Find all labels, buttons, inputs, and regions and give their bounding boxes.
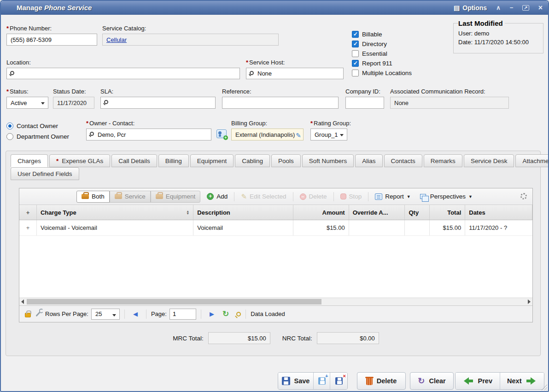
column-header-override-amount[interactable]: Override A... [349,205,405,220]
checkbox-report-911[interactable]: Report 911 [352,59,412,68]
phone-number-input[interactable] [6,34,97,46]
stop-button[interactable]: Stop [338,191,365,203]
collapse-icon[interactable]: ∧ [496,5,501,11]
table-header-row: + Charge Type ▲▼ Description Amount Over… [19,205,532,220]
grid-search-icon[interactable] [236,312,241,316]
refresh-icon[interactable]: ↻ [222,309,229,319]
toolbox-icon [156,194,163,199]
save-button[interactable]: Save [278,373,314,389]
next-page-icon[interactable]: ▶ [206,310,218,317]
tab-attachments[interactable]: Attachments [515,154,549,167]
contact-owner-radio[interactable] [6,123,13,129]
close-icon[interactable]: × [538,4,543,12]
view-both-button[interactable]: Both [76,191,110,203]
rating-group-select[interactable]: Group_1 [310,129,347,140]
service-catalog-field: Cellular [102,34,279,46]
perspectives-button[interactable]: Perspectives ▼ [417,191,475,203]
clear-button[interactable]: ↻ Clear [410,372,454,390]
checkbox-directory[interactable]: Directory [352,39,412,49]
tab-cabling[interactable]: Cabling [235,154,270,167]
pencil-icon: ✎ [241,193,247,201]
company-id-field-group: Company ID: [345,88,384,109]
column-header-total[interactable]: Total [430,205,465,220]
horizontal-scrollbar[interactable] [19,298,532,305]
expand-column-header[interactable]: + [19,205,37,220]
company-id-input[interactable] [345,97,384,109]
tab-charges[interactable]: Charges [11,154,48,167]
checkbox-essential[interactable]: Essential [352,49,412,59]
tab-expense-glas[interactable]: *Expense GLAs [49,154,110,167]
column-header-dates[interactable]: Dates [465,205,532,220]
radio-contact-owner[interactable]: Contact Owner [6,121,69,131]
delete-row-button[interactable]: − Delete [297,191,330,203]
next-button[interactable]: Next [500,373,544,389]
rows-per-page-select[interactable]: 25 [91,309,120,320]
edit-pencil-icon[interactable]: ✎ [296,132,301,139]
view-equipment-button[interactable]: Equipment [151,191,201,203]
service-catalog-link[interactable]: Cellular [106,36,127,43]
report-button[interactable]: Report ▼ [372,191,413,203]
report-911-checkbox[interactable] [352,60,359,67]
toolbar-divider [293,192,293,201]
essential-checkbox[interactable] [352,50,359,57]
edit-selected-button[interactable]: ✎ Edit Selected [238,191,289,203]
scrollbar-thumb[interactable] [27,299,321,304]
lock-icon[interactable] [25,313,31,317]
tab-remarks[interactable]: Remarks [424,154,462,167]
assoc-comm-record-field-group: Associated Communication Record: None [390,88,509,109]
view-service-button[interactable]: Service [110,191,151,203]
service-host-input[interactable]: None [246,68,344,79]
assoc-comm-record-label: Associated Communication Record: [390,88,509,95]
sort-icon[interactable]: ▲▼ [186,210,189,215]
flags-group: Billable Directory Essential Report 911 … [352,29,412,78]
owner-contact-input[interactable]: Demo, Pcr [86,129,211,140]
wrench-icon[interactable] [35,311,40,316]
tab-call-details[interactable]: Call Details [111,154,157,167]
options-button[interactable]: ▤ Options [454,4,487,12]
table-row[interactable]: + Voicemail - Voicemail Voicemail $15.00… [19,220,532,236]
checkbox-billable[interactable]: Billable [352,29,412,39]
column-header-charge-type[interactable]: Charge Type ▲▼ [37,205,193,220]
scroll-left-arrow[interactable] [21,299,24,304]
tab-user-defined-fields[interactable]: User Defined Fields [11,167,79,180]
billable-checkbox[interactable] [352,31,359,38]
cell-charge-type: Voicemail - Voicemail [37,220,193,235]
save-and-new-button[interactable]: + [314,373,331,389]
reference-label: Reference: [222,88,339,95]
department-owner-radio[interactable] [6,133,13,140]
tab-billing[interactable]: Billing [158,154,189,167]
scroll-right-arrow[interactable] [528,299,531,304]
directory-checkbox[interactable] [352,41,359,47]
delete-button[interactable]: Delete [357,372,406,390]
save-and-close-button[interactable]: × [330,373,347,389]
status-select[interactable]: Active [6,97,48,109]
radio-department-owner[interactable]: Department Owner [6,132,69,141]
location-input[interactable] [6,68,240,79]
page-input[interactable] [169,309,196,320]
row-expand-icon[interactable]: + [19,220,37,235]
tab-equipment[interactable]: Equipment [190,154,234,167]
prev-page-icon[interactable]: ◀ [129,310,141,317]
sla-input[interactable] [100,97,216,109]
minimize-icon[interactable]: − [510,5,514,11]
prev-arrow-icon [463,377,474,385]
tab-pools[interactable]: Pools [271,154,301,167]
add-button[interactable]: + Add [204,191,230,203]
add-contact-icon[interactable] [216,129,227,138]
column-header-description[interactable]: Description [193,205,293,220]
column-header-amount[interactable]: Amount [293,205,349,220]
checkbox-multiple-locations[interactable]: Multiple Locations [352,68,412,78]
tab-contacts[interactable]: Contacts [384,154,422,167]
multiple-locations-checkbox[interactable] [352,70,359,76]
phone-number-label: Phone Number: [10,25,52,32]
reference-input[interactable] [222,97,339,109]
tab-soft-numbers[interactable]: Soft Numbers [302,154,354,167]
required-icon: * [86,120,88,127]
prev-button[interactable]: Prev [456,373,500,389]
tab-alias[interactable]: Alias [355,154,382,167]
tab-service-desk[interactable]: Service Desk [464,154,514,167]
popout-icon[interactable]: ↗ [522,5,529,11]
search-icon [250,71,254,75]
gear-icon[interactable] [520,193,527,199]
column-header-qty[interactable]: Qty [405,205,430,220]
